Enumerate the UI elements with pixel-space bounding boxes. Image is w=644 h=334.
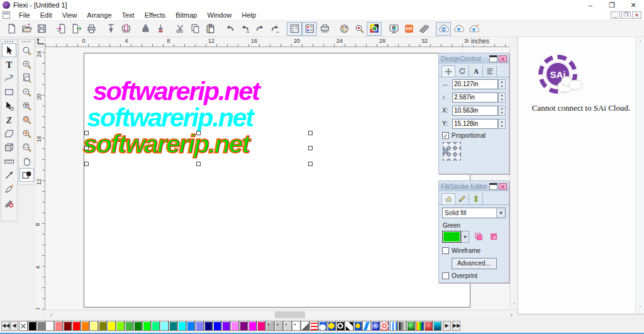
palette-scroll-left-button[interactable]: ◀ [10,321,18,331]
swap-fill-stroke-icon[interactable] [488,232,499,242]
knife-tool[interactable] [2,182,16,196]
panel-minimize-icon[interactable] [489,183,497,190]
ref-cell[interactable] [449,142,455,148]
color-swatch[interactable] [230,321,239,331]
production-manager-icon[interactable] [317,22,332,36]
font-tab[interactable]: A [469,65,483,77]
menu-window[interactable]: Window [202,10,236,20]
design-central-icon[interactable] [287,22,302,36]
color-swatch[interactable] [151,321,160,331]
scrollbar-thumb[interactable] [275,311,305,318]
selection-handle[interactable] [84,146,89,150]
color-swatch[interactable] [353,321,362,331]
rip-and-print-icon[interactable] [118,22,133,36]
color-swatch[interactable] [257,321,265,331]
color-swatch[interactable] [283,321,292,331]
zigzag-tool[interactable]: Z [2,113,16,126]
color-swatch[interactable] [221,321,230,331]
new-icon[interactable] [4,22,19,36]
zoom-out-tool[interactable] [19,85,34,99]
size-tab[interactable] [441,65,455,77]
checkbox-icon[interactable] [442,272,449,279]
eyedropper-tool[interactable] [2,168,16,182]
color-swatch[interactable] [204,321,213,331]
open-icon[interactable] [19,22,34,36]
canvas-text-object[interactable]: softwarerip.net [93,77,259,106]
copy-icon[interactable] [187,22,203,36]
ref-cell[interactable] [455,142,461,148]
rotate-tab[interactable] [455,65,469,77]
design-central-titlebar[interactable]: DesignCentral x [439,53,509,64]
color-swatch[interactable] [80,321,89,331]
panel-scrollbar[interactable]: ˆ ˇ [635,37,644,314]
color-swatch[interactable] [406,321,415,331]
mdi-minimize-button[interactable]: _ [611,11,620,19]
rectangle-tool[interactable] [2,85,16,99]
ref-cell[interactable] [449,155,455,160]
selection-handle[interactable] [196,131,201,135]
menu-edit[interactable]: Edit [35,10,57,20]
color-swatch[interactable] [98,321,107,331]
selection-handle[interactable] [308,162,313,166]
spinner-icon[interactable]: ▲▼ [498,119,506,129]
menu-arrange[interactable]: Arrange [82,10,116,20]
canvas-text-object[interactable]: softwarerip.net [87,103,253,133]
selection-handle[interactable] [308,131,313,135]
color-swatch[interactable] [362,321,371,331]
panel-close-icon[interactable]: x [499,183,507,190]
measure-tool[interactable] [2,154,16,168]
color-swatch[interactable] [169,321,177,331]
selection-handle[interactable] [84,131,89,135]
sai-cloud-connect-icon[interactable] [436,22,451,36]
zoom-selection-tool[interactable] [19,113,34,126]
save-icon[interactable] [34,22,49,36]
palette-scroll-start-button[interactable]: ◀◀ [1,321,9,331]
dimension-lines-icon[interactable] [416,22,431,36]
scroll-right-icon[interactable]: › [507,310,516,320]
selection-handle[interactable] [196,162,201,166]
ref-cell[interactable] [443,148,448,154]
panel-minimize-icon[interactable] [489,55,497,62]
color-swatch[interactable] [213,321,221,331]
zoom-tool[interactable] [19,43,34,57]
ruler-origin-icon[interactable] [35,37,45,47]
stroke-tab[interactable] [455,193,469,204]
cloud-upload-icon[interactable] [451,22,466,36]
canvas-vertical-scrollbar[interactable]: ˇ [509,47,518,309]
y-position-field-input[interactable] [452,119,498,129]
zoom-page-tool[interactable] [19,71,34,85]
overlap-tab[interactable] [469,193,483,204]
color-swatch[interactable] [433,321,441,331]
color-swatch[interactable] [318,321,327,331]
scroll-left-icon[interactable]: ‹ [47,310,56,320]
export-icon[interactable] [69,22,84,36]
ref-cell[interactable] [455,155,461,160]
swatch-table-icon[interactable] [367,22,382,36]
color-swatch[interactable] [63,321,72,331]
zoom-colors-tool[interactable] [19,99,34,113]
bezier-path-tool[interactable] [2,71,16,85]
height-field-input[interactable] [452,92,498,103]
shape-tool[interactable] [2,126,16,140]
ref-cell[interactable] [449,148,455,154]
scroll-up-icon[interactable]: ˆ [636,38,644,47]
fill-color-swatch[interactable] [442,231,461,243]
color-swatch[interactable] [380,321,389,331]
y-position-field[interactable]: ▲▼ [452,119,506,129]
fill-type-dropdown[interactable]: Solid fill ▼ [442,208,506,218]
checkbox-icon[interactable] [442,247,449,254]
menu-view[interactable]: View [57,10,82,20]
color-swatch[interactable] [19,321,28,331]
color-swatch[interactable] [177,321,186,331]
color-swatch[interactable] [125,321,133,331]
zoom-actual-size-tool[interactable]: 1:1 [19,140,34,154]
cloud-version-upload-icon[interactable]: v.s [466,22,481,36]
ref-cell[interactable] [443,155,448,160]
close-button[interactable]: ✕ [623,0,644,10]
height-field[interactable]: ▲▼ [452,92,506,103]
color-swatch[interactable] [327,321,336,331]
spinner-icon[interactable]: ▲▼ [498,79,506,89]
menu-text[interactable]: Text [117,10,140,20]
color-swatch[interactable] [160,321,169,331]
ref-cell[interactable] [443,142,448,148]
